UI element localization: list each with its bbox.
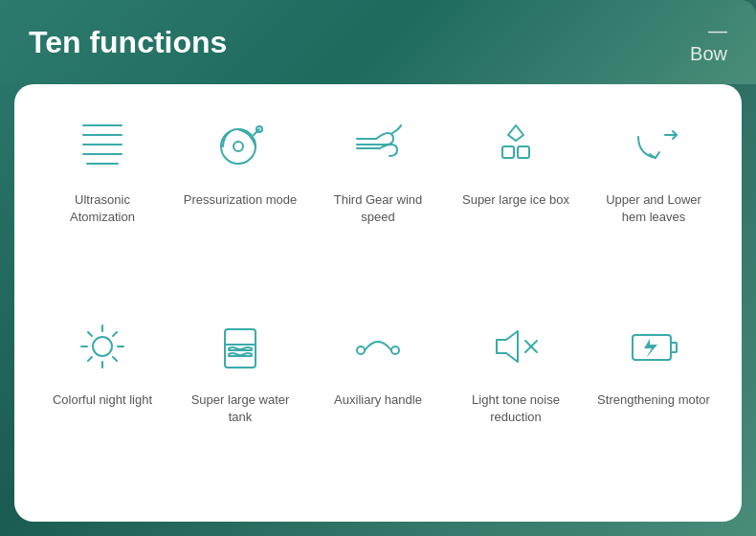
noise-icon [482,313,549,380]
ultrasonic-label: Ultrasonic Atomization [45,191,160,226]
feature-noise: Light tone noise reduction [458,313,573,426]
feature-wind: Third Gear wind speed [321,113,435,226]
svg-point-23 [357,346,365,354]
motor-label: Strengthening motor [597,391,710,409]
motor-icon [620,313,687,380]
ultrasonic-icon [69,113,136,180]
hem-label: Upper and Lower hem leaves [596,191,711,226]
pressurization-icon [207,113,274,180]
svg-line-17 [113,332,117,336]
svg-rect-28 [671,343,677,352]
wind-icon [345,113,411,180]
svg-rect-8 [502,146,514,158]
app-container: Ten functions — Bow Ultrasoni [0,0,756,536]
svg-line-15 [88,332,92,336]
svg-point-10 [93,337,112,356]
svg-point-6 [233,142,243,151]
page-title: Ten functions [29,25,227,60]
handle-label: Auxiliary handle [334,391,422,409]
handle-icon [345,313,411,380]
feature-hem: Upper and Lower hem leaves [596,113,711,226]
watertank-icon [207,313,274,380]
wind-label: Third Gear wind speed [321,191,435,226]
svg-point-24 [391,346,399,354]
svg-line-16 [113,357,117,361]
nightlight-icon [69,313,136,380]
feature-nightlight: Colorful night light [45,313,160,409]
feature-pressurization: Pressurization mode [183,113,298,209]
feature-row-1: Ultrasonic Atomization Pressurization mo… [33,113,723,303]
feature-watertank: Super large water tank [183,313,298,426]
noise-label: Light tone noise reduction [458,391,573,426]
icebox-label: Super large ice box [462,191,569,209]
svg-rect-9 [518,146,529,158]
feature-handle: Auxiliary handle [321,313,435,409]
svg-line-18 [88,357,92,361]
header: Ten functions — Bow [0,0,756,84]
feature-motor: Strengthening motor [596,313,711,409]
feature-card: Ultrasonic Atomization Pressurization mo… [14,84,742,522]
feature-ultrasonic: Ultrasonic Atomization [45,113,160,226]
watertank-label: Super large water tank [183,391,298,426]
header-nav[interactable]: — Bow [690,19,727,65]
nightlight-label: Colorful night light [53,391,152,409]
pressurization-label: Pressurization mode [184,191,298,209]
icebox-icon [482,113,549,180]
feature-icebox: Super large ice box [458,113,573,209]
hem-icon [620,113,687,180]
feature-row-2: Colorful night light Super [33,313,723,503]
